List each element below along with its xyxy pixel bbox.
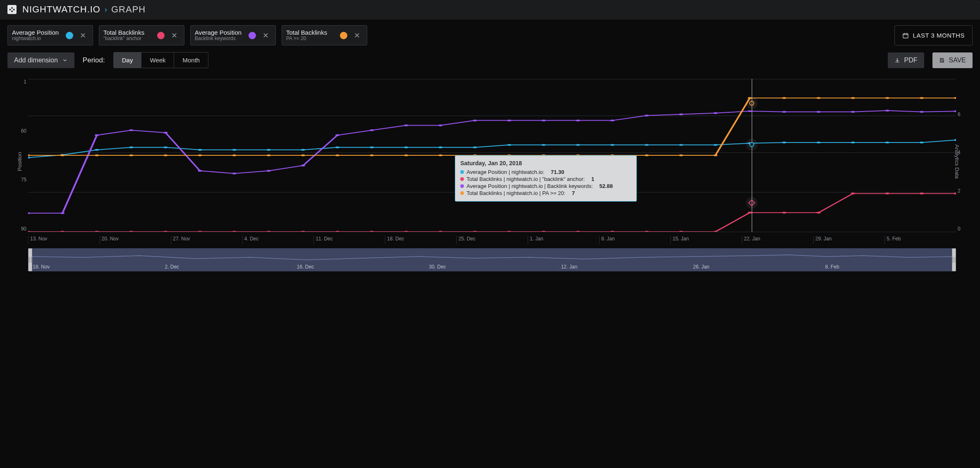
svg-point-90 [198, 154, 202, 156]
export-pdf-button[interactable]: PDF [888, 52, 924, 68]
svg-point-61 [164, 132, 168, 133]
svg-point-95 [370, 154, 374, 156]
svg-point-39 [370, 231, 374, 232]
svg-point-89 [164, 154, 168, 156]
hover-marker-blue [749, 142, 754, 147]
svg-point-44 [542, 231, 546, 232]
chip-subtitle: Backlink keywords [195, 36, 244, 42]
svg-point-37 [301, 231, 305, 232]
svg-point-87 [95, 154, 99, 156]
svg-point-4 [129, 147, 133, 148]
svg-point-9 [301, 149, 305, 151]
svg-point-74 [610, 119, 614, 121]
svg-point-25 [851, 142, 855, 143]
period-day[interactable]: Day [114, 52, 142, 68]
chip-subtitle: "backlink" anchor [103, 36, 153, 42]
svg-point-107 [782, 97, 786, 99]
svg-point-11 [370, 147, 374, 148]
svg-point-73 [576, 119, 580, 121]
svg-point-33 [164, 231, 168, 232]
breadcrumb-root[interactable]: NIGHTWATCH.IO [22, 4, 100, 15]
svg-point-58 [60, 212, 65, 214]
svg-point-38 [335, 231, 339, 232]
svg-point-50 [748, 212, 752, 214]
svg-point-67 [370, 129, 374, 131]
svg-point-79 [782, 111, 786, 113]
calendar-icon [902, 32, 909, 39]
svg-point-83 [920, 111, 924, 113]
svg-point-75 [645, 115, 649, 116]
svg-point-111 [920, 97, 924, 99]
save-button[interactable]: SAVE [932, 52, 973, 68]
svg-point-51 [782, 212, 786, 214]
svg-point-77 [713, 112, 717, 114]
metric-chip-avg-pos-nightwatch[interactable]: Average Position nightwatch.io ✕ [7, 25, 93, 45]
metric-chip-backlinks-anchor[interactable]: Total Backlinks "backlink" anchor ✕ [99, 25, 184, 45]
scrub-handle-left[interactable] [28, 248, 32, 271]
svg-point-35 [232, 231, 237, 232]
svg-point-46 [610, 231, 614, 232]
svg-point-1 [28, 157, 30, 158]
close-icon[interactable]: ✕ [260, 31, 271, 40]
svg-point-110 [885, 97, 889, 99]
svg-point-34 [198, 231, 202, 232]
svg-point-16 [542, 144, 546, 146]
svg-point-40 [404, 231, 408, 232]
tooltip-title: Saturday, Jan 20, 2018 [460, 160, 631, 166]
metrics-row: Average Position nightwatch.io ✕ Total B… [0, 19, 980, 45]
app-logo-icon [7, 5, 17, 14]
chip-subtitle: PA >= 20 [286, 36, 336, 42]
svg-point-5 [164, 147, 168, 148]
svg-point-60 [129, 129, 133, 131]
svg-point-3 [95, 149, 99, 151]
svg-point-13 [438, 147, 442, 148]
svg-point-112 [954, 97, 956, 99]
svg-point-104 [679, 154, 683, 156]
svg-point-42 [473, 231, 477, 232]
svg-point-85 [28, 154, 30, 156]
svg-point-55 [920, 192, 924, 194]
metric-chip-avg-pos-keywords[interactable]: Average Position Backlink keywords ✕ [190, 25, 276, 45]
svg-point-72 [542, 119, 546, 121]
y-axis-right-ticks: 6 4 2 0 [958, 79, 968, 232]
svg-point-59 [95, 134, 99, 136]
svg-point-19 [645, 144, 649, 146]
svg-point-17 [576, 144, 580, 146]
save-icon [939, 57, 945, 63]
svg-point-92 [267, 154, 271, 156]
metric-chip-backlinks-pa20[interactable]: Total Backlinks PA >= 20 ✕ [282, 25, 367, 45]
y-axis-left-ticks: 1 60 75 90 [14, 79, 26, 232]
period-week[interactable]: Week [141, 52, 174, 68]
main-chart[interactable]: Position Analytics Data 1 60 75 90 6 4 2… [28, 79, 956, 244]
range-scrubber[interactable]: 18. Nov2. Dec16. Dec30. Dec12. Jan26. Ja… [28, 248, 956, 271]
svg-point-97 [438, 154, 442, 156]
svg-point-96 [404, 154, 408, 156]
close-icon[interactable]: ✕ [351, 31, 363, 40]
controls-row: Add dimension Period: Day Week Month PDF… [0, 45, 980, 75]
svg-point-43 [507, 231, 512, 232]
svg-point-105 [713, 154, 717, 156]
chip-color-swatch [157, 32, 165, 39]
chip-color-swatch [340, 32, 347, 39]
download-icon [894, 57, 900, 63]
svg-point-108 [817, 97, 821, 99]
date-range-button[interactable]: LAST 3 MONTHS [894, 25, 973, 45]
add-dimension-button[interactable]: Add dimension [7, 52, 74, 68]
period-month[interactable]: Month [174, 52, 208, 68]
plot-area[interactable]: Saturday, Jan 20, 2018 Average Position … [28, 79, 956, 232]
chip-title: Average Position [12, 29, 62, 36]
close-icon[interactable]: ✕ [77, 31, 88, 40]
chip-title: Total Backlinks [286, 29, 336, 36]
chip-color-swatch [66, 32, 73, 39]
svg-point-10 [335, 147, 339, 148]
svg-point-53 [851, 192, 855, 194]
svg-point-54 [885, 192, 889, 194]
svg-point-52 [817, 212, 821, 214]
period-label: Period: [83, 56, 105, 64]
scrub-handle-right[interactable] [952, 248, 956, 271]
svg-point-68 [404, 124, 408, 126]
svg-point-76 [679, 114, 683, 115]
svg-point-80 [817, 111, 821, 113]
svg-point-47 [645, 231, 649, 232]
close-icon[interactable]: ✕ [169, 31, 180, 40]
